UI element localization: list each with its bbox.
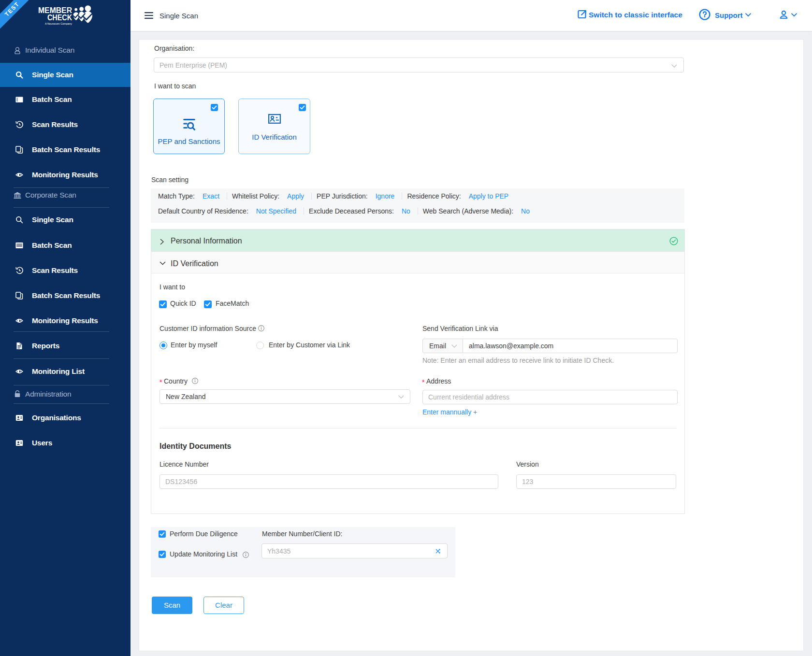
svg-text:A Neurocom Company: A Neurocom Company bbox=[45, 22, 72, 25]
svg-text:CHECK: CHECK bbox=[47, 14, 72, 22]
